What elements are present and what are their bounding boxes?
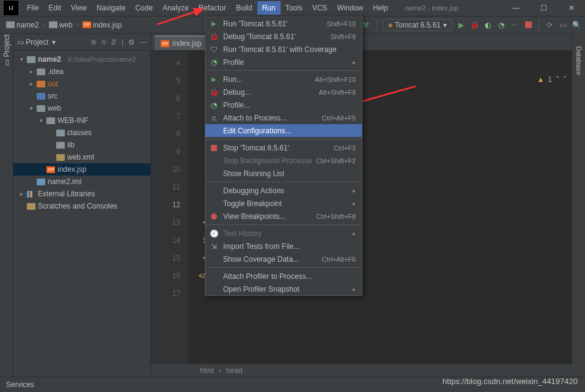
close-button[interactable]: ✕ bbox=[557, 0, 585, 17]
maximize-button[interactable]: ☐ bbox=[530, 0, 557, 17]
menu-item-run[interactable]: ▶Run...Alt+Shift+F10 bbox=[205, 73, 362, 86]
menu-item-attach-profiler-to-process[interactable]: Attach Profiler to Process... bbox=[205, 270, 362, 283]
blank-icon bbox=[209, 186, 219, 196]
web-folder-icon bbox=[37, 105, 45, 112]
tree-webinf-folder[interactable]: ▾WEB-INF bbox=[13, 114, 150, 127]
menu-view[interactable]: View bbox=[66, 1, 92, 15]
tree-project-root[interactable]: ▾name2 E:\IdeaProjects\name2 bbox=[13, 53, 150, 65]
menu-refactor[interactable]: Refactor bbox=[194, 1, 231, 15]
menu-vcs[interactable]: VCS bbox=[307, 1, 333, 15]
menu-item-debug[interactable]: 🐞Debug...Alt+Shift+F9 bbox=[205, 86, 362, 98]
inspection-widget[interactable]: ▲ 1 ˄ ˅ bbox=[537, 75, 567, 84]
menu-item-debug-tomcat-8-5-61[interactable]: 🐞Debug 'Tomcat 8.5.61'Shift+F9 bbox=[205, 30, 362, 43]
breadcrumb-root[interactable]: name2 bbox=[4, 20, 42, 31]
crumb-html[interactable]: html bbox=[200, 366, 214, 375]
project-structure-icon[interactable]: ▭ bbox=[558, 20, 568, 30]
menu-tools[interactable]: Tools bbox=[281, 1, 307, 15]
hide-icon[interactable]: — bbox=[139, 38, 147, 46]
menu-analyze[interactable]: Analyze bbox=[158, 1, 194, 15]
menu-help[interactable]: Help bbox=[368, 1, 393, 15]
settings-icon[interactable]: ✿ bbox=[128, 38, 134, 46]
menu-item-run-tomcat-8-5-61[interactable]: ▶Run 'Tomcat 8.5.61'Shift+F10 bbox=[205, 17, 362, 30]
services-tool-button[interactable]: Services bbox=[6, 380, 34, 389]
search-everywhere-icon[interactable]: 🔍 bbox=[572, 20, 581, 30]
clock-icon: 🕘 bbox=[209, 229, 219, 239]
menu-item-show-coverage-data[interactable]: Show Coverage Data...Ctrl+Alt+F6 bbox=[205, 253, 362, 265]
menu-item-toggle-breakpoint[interactable]: Toggle Breakpoint▸ bbox=[205, 197, 362, 210]
collapse-all-icon[interactable]: ⇵ bbox=[111, 38, 117, 46]
expand-all-icon[interactable]: ≡ bbox=[101, 38, 106, 46]
tree-classes-folder[interactable]: classes bbox=[13, 127, 150, 139]
tree-webxml-file[interactable]: web.xml bbox=[13, 151, 150, 163]
menu-item-view-breakpoints[interactable]: View Breakpoints...Ctrl+Shift+F8 bbox=[205, 210, 362, 223]
watermark-url: https://blog.csdn.net/weixin_44197420 bbox=[443, 377, 578, 386]
select-opened-file-icon[interactable]: ⊕ bbox=[90, 38, 97, 46]
menu-navigate[interactable]: Navigate bbox=[92, 1, 130, 15]
update-vcs-icon[interactable]: ⟳ bbox=[545, 20, 554, 30]
library-icon bbox=[27, 191, 35, 198]
breadcrumb-web[interactable]: web bbox=[46, 20, 75, 31]
stop-button[interactable] bbox=[523, 20, 533, 30]
menu-item-profile[interactable]: ◔Profile... bbox=[205, 98, 362, 111]
tree-indexjsp-file[interactable]: JSPindex.jsp bbox=[13, 163, 150, 176]
menu-item-label: Open Profiler Snapshot bbox=[223, 285, 348, 294]
stop-icon bbox=[209, 143, 219, 153]
menu-code[interactable]: Code bbox=[130, 1, 158, 15]
coverage-button[interactable]: ◐ bbox=[483, 20, 493, 30]
menu-item-open-profiler-snapshot[interactable]: Open Profiler Snapshot▸ bbox=[205, 283, 362, 295]
profile-button[interactable]: ◔ bbox=[496, 20, 506, 30]
tree-src-folder[interactable]: src bbox=[13, 90, 150, 102]
menu-edit[interactable]: Edit bbox=[43, 1, 66, 15]
build-hammer-icon[interactable]: ⚒ bbox=[361, 20, 371, 30]
iml-icon bbox=[37, 179, 45, 185]
menu-item-debugging-actions[interactable]: Debugging Actions▸ bbox=[205, 184, 362, 197]
project-tool-button[interactable]: ▭Project bbox=[2, 53, 11, 66]
menu-item-profile[interactable]: ◔Profile▸ bbox=[205, 56, 362, 68]
tree-idea-folder[interactable]: ▸.idea bbox=[13, 65, 150, 78]
menu-shortcut: Shift+F9 bbox=[331, 33, 356, 40]
database-tool-button[interactable]: Database bbox=[575, 46, 583, 59]
submenu-arrow-icon: ▸ bbox=[353, 188, 356, 194]
next-highlight-icon[interactable]: ˅ bbox=[563, 75, 567, 84]
menu-run[interactable]: Run bbox=[257, 1, 281, 15]
menu-item-label: Import Tests from File... bbox=[223, 242, 356, 251]
run-button[interactable]: ▶ bbox=[456, 20, 466, 30]
breadcrumb-file[interactable]: JSPindex.jsp bbox=[80, 20, 124, 31]
blank-icon bbox=[209, 254, 219, 264]
chevron-right-icon: › bbox=[76, 21, 79, 29]
profile-icon: ◔ bbox=[209, 57, 219, 67]
debug-button[interactable]: 🐞 bbox=[469, 20, 479, 30]
menu-item-run-tomcat-8-5-61-with-coverage[interactable]: 🛡Run 'Tomcat 8.5.61' with Coverage bbox=[205, 43, 362, 56]
attach-icon: ⎌ bbox=[209, 113, 219, 123]
project-view-selector[interactable]: ▭Project▾ bbox=[17, 38, 56, 46]
tree-iml-file[interactable]: name2.iml bbox=[13, 176, 150, 188]
menu-item-edit-configurations[interactable]: Edit Configurations... bbox=[205, 124, 362, 137]
minimize-button[interactable]: — bbox=[502, 0, 530, 17]
menu-separator bbox=[205, 182, 362, 182]
tree-scratches[interactable]: Scratches and Consoles bbox=[13, 200, 150, 212]
project-tree[interactable]: ▾name2 E:\IdeaProjects\name2 ▸.idea ▸out… bbox=[13, 51, 150, 215]
menu-build[interactable]: Build bbox=[231, 1, 257, 15]
menu-item-import-tests-from-file[interactable]: ⇲Import Tests from File... bbox=[205, 240, 362, 253]
menu-item-attach-to-process[interactable]: ⎌Attach to Process...Ctrl+Alt+F5 bbox=[205, 111, 362, 124]
crumb-head[interactable]: head bbox=[226, 366, 243, 375]
menu-item-label: Debug... bbox=[223, 88, 314, 97]
bug-icon: 🐞 bbox=[209, 32, 219, 42]
prev-highlight-icon[interactable]: ˄ bbox=[556, 75, 559, 84]
tree-lib-folder[interactable]: lib bbox=[13, 139, 150, 151]
menu-item-stop-tomcat-8-5-61[interactable]: Stop 'Tomcat 8.5.61'Ctrl+F2 bbox=[205, 141, 362, 154]
tree-web-folder[interactable]: ▾web bbox=[13, 102, 150, 114]
run-config-selector[interactable]: ⎈ Tomcat 8.5.61 ▾ bbox=[383, 19, 452, 31]
bug-icon: 🐞 bbox=[209, 87, 219, 97]
line-gutter[interactable]: 4567891011121314151617 bbox=[151, 51, 188, 363]
right-tool-strip: Database bbox=[572, 31, 585, 364]
menu-file[interactable]: File bbox=[22, 1, 43, 15]
menu-shortcut: Alt+Shift+F9 bbox=[318, 89, 356, 96]
menu-item-show-running-list[interactable]: Show Running List bbox=[205, 167, 362, 180]
folder-icon bbox=[56, 142, 65, 149]
tree-external-libraries[interactable]: ▸External Libraries bbox=[13, 188, 150, 200]
tree-out-folder[interactable]: ▸out bbox=[13, 78, 150, 90]
more-run-icon[interactable]: ⋯ bbox=[510, 20, 520, 30]
run-config-label: Tomcat 8.5.61 bbox=[395, 21, 441, 29]
menu-window[interactable]: Window bbox=[332, 1, 368, 15]
